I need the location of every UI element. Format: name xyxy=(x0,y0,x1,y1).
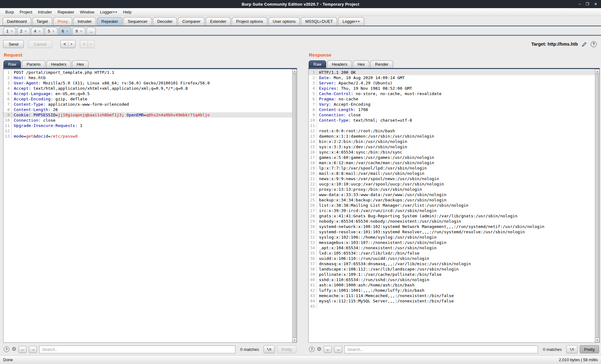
repeater-tab-1[interactable]: 1× xyxy=(3,27,16,35)
response-tab-hex[interactable]: Hex xyxy=(353,60,369,68)
pretty-button[interactable]: Pretty xyxy=(580,345,599,353)
next-request-button[interactable]: > ▾ xyxy=(80,40,95,48)
scrollbar-thumb[interactable] xyxy=(293,74,296,338)
menu-logger[interactable]: Logger++ xyxy=(97,9,120,15)
repeater-tab-tab[interactable]: ... xyxy=(86,27,96,35)
scroll-down-icon[interactable]: ▼ xyxy=(595,338,599,342)
scroll-up-icon[interactable]: ▲ xyxy=(292,69,297,74)
code-line: 44mysql:x:112:115:MySQL Server,,,:/nonex… xyxy=(309,298,595,304)
tab-extender[interactable]: Extender xyxy=(206,17,231,25)
prev-request-button[interactable]: < ▾ xyxy=(60,40,75,48)
repeater-tab-5[interactable]: 5× xyxy=(45,27,58,35)
line-number: 13 xyxy=(309,134,317,139)
code-segment: Content-Type: xyxy=(14,102,46,107)
code-segment: text/html; charset=utf-8 xyxy=(351,118,412,123)
menu-burp[interactable]: Burp xyxy=(3,9,17,15)
window-title: Burp Suite Community Edition v2020.7 - T… xyxy=(242,2,359,7)
response-editor[interactable]: 1HTTP/1.1 200 OK2Date: Mon, 10 Aug 2020 … xyxy=(308,69,600,343)
request-tab-params[interactable]: Params xyxy=(22,60,45,68)
close-tab-icon[interactable]: × xyxy=(24,30,27,33)
search-input[interactable] xyxy=(344,346,538,353)
repeater-tab-2[interactable]: 2× xyxy=(17,27,30,35)
target-label: Target: http://hms.htb xyxy=(531,42,578,47)
close-icon[interactable]: ✕ xyxy=(594,2,597,6)
code-text: mysql:x:112:115:MySQL Server,,,:/nonexis… xyxy=(319,298,454,304)
code-segment: landscape:x:108:112::/var/lib/landscape:… xyxy=(319,267,459,271)
pretty-button[interactable]: Pretty xyxy=(277,345,296,353)
code-text: root:x:0:0:root:/root:/bin/bash xyxy=(319,128,395,134)
close-tab-icon[interactable]: × xyxy=(11,30,13,33)
tab-proxy[interactable]: Proxy xyxy=(53,17,72,25)
search-input[interactable] xyxy=(39,346,235,353)
code-line: 9Connection: close xyxy=(309,112,595,118)
tab-mssqli-duet[interactable]: MSSQLi-DUET xyxy=(301,17,337,25)
code-line: 8Content-Length: 26 xyxy=(3,107,292,112)
scrollbar-thumb[interactable] xyxy=(595,74,599,338)
minimize-icon[interactable]: – xyxy=(578,2,581,6)
response-tab-headers[interactable]: Headers xyxy=(327,60,352,68)
code-segment: 26 xyxy=(50,107,58,112)
menu-window[interactable]: Window xyxy=(77,9,97,15)
code-segment: Server: xyxy=(319,81,336,85)
menu-help[interactable]: Help xyxy=(120,9,134,15)
menu-project[interactable]: Project xyxy=(17,9,35,15)
repeater-tab-9[interactable]: 9× xyxy=(72,27,85,35)
tab-intruder[interactable]: Intruder xyxy=(73,17,96,25)
gear-icon[interactable]: ⚙ xyxy=(317,346,321,352)
search-prev-button[interactable]: ← xyxy=(324,346,332,353)
scroll-down-icon[interactable]: ▼ xyxy=(292,338,297,342)
code-text: Date: Mon, 10 Aug 2020 14:09:14 GMT xyxy=(319,75,405,80)
menu-repeater[interactable]: Repeater xyxy=(55,9,77,15)
tab-target[interactable]: Target xyxy=(32,17,52,25)
repeater-tab-6[interactable]: 6× xyxy=(59,27,71,35)
scroll-up-icon[interactable]: ▲ xyxy=(595,69,599,74)
request-tab-headers[interactable]: Headers xyxy=(46,60,71,68)
code-segment: close xyxy=(346,113,361,117)
response-tab-raw[interactable]: Raw xyxy=(309,60,326,68)
code-text: man:x:6:12:man:/var/cache/man:/usr/sbin/… xyxy=(319,160,434,165)
regex-newline-button[interactable]: \n xyxy=(264,345,275,353)
tab-sequencer[interactable]: Sequencer xyxy=(123,17,152,25)
tab-dashboard[interactable]: Dashboard xyxy=(3,17,31,25)
search-prev-button[interactable]: ← xyxy=(18,346,27,353)
gear-icon[interactable]: ⚙ xyxy=(12,346,16,352)
search-next-button[interactable]: → xyxy=(29,346,37,353)
request-tab-raw[interactable]: Raw xyxy=(3,60,21,68)
code-segment: Connection: xyxy=(14,118,41,123)
search-next-button[interactable]: → xyxy=(334,346,342,353)
repeater-tab-4[interactable]: 4× xyxy=(31,27,44,35)
send-button[interactable]: Send xyxy=(3,40,24,48)
line-number: 22 xyxy=(309,181,317,187)
tab-comparer[interactable]: Comparer xyxy=(178,17,205,25)
request-scrollbar[interactable]: ▲ ▼ xyxy=(292,69,297,342)
regex-newline-button[interactable]: \n xyxy=(566,345,578,353)
request-tab-hex[interactable]: Hex xyxy=(72,60,89,68)
close-tab-icon[interactable]: × xyxy=(66,30,68,33)
tab-project-options[interactable]: Project options xyxy=(232,17,267,25)
search-help-icon[interactable]: ? xyxy=(309,346,315,352)
code-segment: HTTP/1.1 200 OK xyxy=(319,70,356,75)
close-tab-icon[interactable]: × xyxy=(39,30,41,33)
code-segment: Upgrade-Insecure-Requests: xyxy=(14,123,78,128)
code-segment: lp:x:7:7:lp:/var/spool/lpd:/usr/sbin/nol… xyxy=(319,166,427,170)
code-segment: en-US,en;q=0.5 xyxy=(53,91,90,96)
response-tab-render[interactable]: Render xyxy=(370,60,393,68)
response-scrollbar[interactable]: ▲ ▼ xyxy=(595,69,599,342)
request-editor[interactable]: 1POST /portal/import_template.php HTTP/1… xyxy=(3,69,297,343)
maximize-icon[interactable]: ❐ xyxy=(586,2,589,6)
tab-logger[interactable]: Logger++ xyxy=(338,17,364,25)
close-tab-icon[interactable]: × xyxy=(52,30,54,33)
close-tab-icon[interactable]: × xyxy=(80,30,82,33)
line-number: 31 xyxy=(309,229,317,235)
tab-repeater[interactable]: Repeater xyxy=(97,17,122,25)
help-icon[interactable]: ? xyxy=(591,41,597,47)
edit-target-icon[interactable] xyxy=(581,41,587,47)
search-help-icon[interactable]: ? xyxy=(4,346,9,352)
line-number: 12 xyxy=(309,128,317,134)
cancel-button[interactable]: Cancel xyxy=(28,40,52,48)
code-line: 30systemd-network:x:100:102:systemd Netw… xyxy=(309,224,595,229)
tab-user-options[interactable]: User options xyxy=(268,17,300,25)
tab-decoder[interactable]: Decoder xyxy=(153,17,177,25)
line-number: 18 xyxy=(309,160,317,165)
menu-intruder[interactable]: Intruder xyxy=(35,9,55,15)
